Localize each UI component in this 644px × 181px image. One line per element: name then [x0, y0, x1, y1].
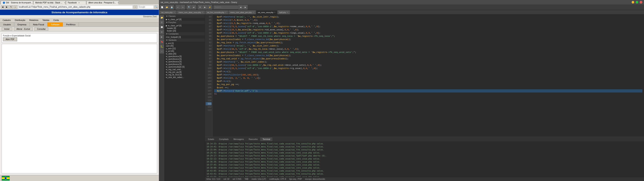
close-icon[interactable]: ✕	[78, 2, 80, 4]
close-icon[interactable]: ✕	[274, 12, 276, 13]
menu-tabelas[interactable]: Tabelas	[41, 18, 51, 22]
save-file-button[interactable]: 💾	[170, 5, 174, 10]
maximize-button[interactable]: □	[636, 1, 638, 4]
new-file-button[interactable]: 📄	[160, 5, 164, 10]
tree-item[interactable]: w_querybusca [5]	[164, 58, 205, 60]
tree-item[interactable]: w_querybusca [5]	[164, 55, 205, 58]
tree-item[interactable]: w_querybusca [5]	[164, 60, 205, 63]
tree-item[interactable]: header [8]	[164, 27, 205, 30]
nav-software[interactable]: Software	[48, 22, 63, 26]
status-line: 10:38:00: Arquivo /var/www/luiz Felipe/T…	[206, 166, 642, 169]
search-prev-button[interactable]: ◀	[238, 5, 243, 10]
tree-item[interactable]: y_sem [22]	[164, 47, 205, 50]
reload-button[interactable]: ↻	[9, 5, 13, 9]
find-button[interactable]: 🔍	[187, 5, 191, 10]
terminal-icon[interactable]: ▶	[160, 34, 164, 39]
bookmark-icon[interactable]: 🔖	[160, 40, 164, 44]
address-bar[interactable]	[18, 5, 133, 9]
status-line: 10:26:42: Arquivo /var/www/luiz Felipe/T…	[206, 151, 642, 154]
app-window: Sistema de Acompanhamento de Informática…	[0, 10, 159, 181]
status-tab-estado[interactable]: Estado	[206, 138, 216, 141]
consultar-button[interactable]: Consultar	[34, 27, 48, 31]
file-browser-icon[interactable]: 📁	[160, 15, 164, 20]
tree-item[interactable]: p_ief [45]	[164, 50, 205, 52]
messages-icon[interactable]: 💬	[160, 25, 164, 29]
tree-item[interactable]: w_data [26]	[164, 52, 205, 55]
code-search-input[interactable]	[214, 6, 238, 9]
redo-button[interactable]: ↪	[180, 5, 185, 10]
minimize-button[interactable]: −	[632, 1, 634, 4]
go-button[interactable]: →	[134, 5, 137, 9]
close-icon[interactable]: ✕	[64, 2, 66, 4]
menu-relatorios[interactable]: Relatórios	[28, 18, 40, 22]
app-nav: Usuário Empresa Nota Fiscal Software Per…	[0, 22, 159, 27]
tree-item[interactable]: ▶ w_class_prf [6]	[164, 18, 205, 21]
tree-item[interactable]: w_querybusca [5]	[164, 63, 205, 66]
status-tab-compilado[interactable]: Compilado	[217, 138, 231, 141]
build-button[interactable]: ▶	[203, 5, 207, 10]
geany-main: 📁 ☰ 💬 ⚙ ▶ 🔖 🐛 ⑃ ▼ Classes ▶ w_class_prf …	[159, 14, 644, 181]
search-button[interactable]: 🔍	[154, 5, 158, 9]
search-next-button[interactable]: ▶	[243, 5, 248, 10]
back-button[interactable]: ◀	[1, 5, 4, 9]
tree-item[interactable]: p_ent [3]	[164, 42, 205, 45]
compile-button[interactable]: ⚙	[198, 5, 202, 10]
run-button[interactable]: ⚡	[208, 5, 212, 10]
tree-item[interactable]: w_reg_por_pg [8]	[164, 71, 205, 74]
browser-tab-facebook[interactable]: Facebook ✕	[66, 1, 86, 4]
compiler-icon[interactable]: ⚙	[160, 30, 164, 34]
tree-item[interactable]: cont [45]	[164, 45, 205, 47]
nav-periferico[interactable]: Perifêrico	[63, 22, 79, 26]
browser-tab-bar: 🔵 SAI - Sistema de Acompanh... ✕ Abrindo…	[0, 0, 159, 4]
close-icon[interactable]: ✕	[174, 12, 175, 13]
tree-item[interactable]: ▶ w_class_prf [6]	[164, 24, 205, 27]
vcs-icon[interactable]: ⑃	[160, 49, 164, 54]
menu-conta[interactable]: Conta	[52, 18, 60, 22]
tab-frm-consulta[interactable]: sai_frm_consulta.php ✕	[205, 10, 228, 14]
status-tab-terminal[interactable]: Terminal	[260, 138, 272, 141]
alterar-excluir-button[interactable]: Alterar - Excluir	[14, 27, 33, 31]
incluir-button[interactable]: Incluir	[2, 27, 12, 31]
status-tab-rascunho[interactable]: Rascunho	[246, 138, 260, 141]
menu-distribuicao[interactable]: Distribuição	[13, 18, 27, 22]
nav-nota-fiscal[interactable]: Nota Fiscal	[30, 22, 48, 26]
code-editor[interactable]: 8485868788 8990919293 9495969798 9910010…	[205, 14, 644, 137]
tab-cons-usua[interactable]: sai_cons_usua.php ✕	[256, 10, 278, 14]
tree-item[interactable]: w_reg_tb_loca [9]	[164, 74, 205, 76]
status-line: 10:32:12: Arquivo /var/www/luiz Felipe/T…	[206, 157, 642, 160]
tab-fpdf[interactable]: fpdf.php ✕	[278, 10, 290, 14]
status-tab-mensagens[interactable]: Mensagens	[231, 138, 246, 141]
close-icon[interactable]: ✕	[252, 12, 254, 13]
nav-usuario[interactable]: Usuário	[0, 22, 14, 26]
open-pdf-button[interactable]: Abrir PDF	[3, 38, 17, 41]
tab-menu-abas-peri[interactable]: menu_com_abas_peri.php ✕	[228, 10, 256, 14]
status-tab: TAB	[244, 178, 248, 180]
tree-item[interactable]: rrror_footpath [3]	[164, 36, 205, 38]
symbol-list-icon[interactable]: ☰	[160, 20, 164, 24]
editor-tab-bar: sai_menu.php ✕ menu_com_abas_usua.php ✕ …	[159, 10, 644, 14]
nav-empresa[interactable]: Empresa	[14, 22, 30, 26]
debug-icon[interactable]: 🐛	[160, 44, 164, 49]
undo-button[interactable]: ↩	[176, 5, 180, 10]
search-input[interactable]	[138, 5, 154, 9]
tree-item[interactable]: w_queryresultado [5]	[164, 66, 205, 68]
home-button[interactable]: ⌂	[14, 5, 17, 9]
code-text[interactable]: $pdf->SetFont('Arial', '', $w_size_letr_…	[212, 14, 644, 137]
tree-item[interactable]: w_reg_cad_unid...	[164, 68, 205, 71]
browser-tab-pdf[interactable]: Abrindo PDF na tela - Stack ... ✕	[34, 1, 66, 4]
tab-sai-menu[interactable]: sai_menu.php ✕	[160, 10, 177, 14]
open-file-button[interactable]: 📂	[164, 5, 169, 10]
tab-menu-abas-usua[interactable]: menu_com_abas_usua.php ✕	[177, 10, 205, 14]
close-icon[interactable]: ✕	[118, 2, 119, 4]
forward-button[interactable]: ▶	[5, 5, 9, 9]
browser-tab-google[interactable]: dêem uma dica - Pesquisa G... ✕	[86, 1, 119, 4]
close-icon[interactable]: ✕	[225, 12, 226, 13]
browser-tab-sai[interactable]: 🔵 SAI - Sistema de Acompanh... ✕	[1, 1, 33, 4]
replace-button[interactable]: ⇄	[192, 5, 196, 10]
close-icon[interactable]: ✕	[287, 12, 288, 13]
tree-item[interactable]: footer [20]	[164, 30, 205, 32]
menu-cadastro[interactable]: Cadastro	[1, 18, 13, 22]
tree-item[interactable]: w_size_letr_cabec...	[164, 76, 205, 79]
close-button[interactable]: ✕	[640, 1, 642, 4]
close-icon[interactable]: ✕	[202, 12, 203, 13]
